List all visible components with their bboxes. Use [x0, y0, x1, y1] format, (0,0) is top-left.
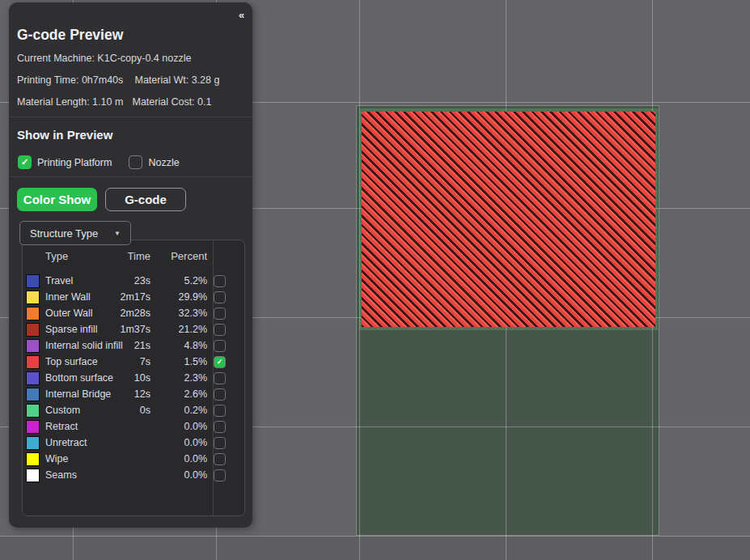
row-label: Internal solid infill — [45, 340, 118, 351]
row-visibility-checkbox[interactable] — [214, 275, 226, 287]
table-row: Seams 0.0% — [23, 467, 244, 483]
row-label: Retract — [45, 421, 118, 432]
row-percent: 2.3% — [150, 372, 207, 384]
row-percent: 0.2% — [150, 405, 207, 416]
row-visibility-checkbox[interactable] — [214, 405, 226, 417]
row-time: 10s — [118, 372, 150, 384]
current-machine-label: Current Machine: K1C-copy-0.4 nozzle — [17, 53, 191, 64]
percent-column-header: Percent — [150, 250, 207, 262]
table-row: Inner Wall 2m17s 29.9% — [23, 289, 244, 305]
color-swatch — [26, 371, 40, 385]
separator — [9, 176, 252, 177]
row-percent: 5.2% — [150, 275, 207, 286]
separator — [9, 117, 252, 117]
gcode-preview-panel: « G-code Preview Current Machine: K1C-co… — [9, 2, 252, 528]
row-label: Custom — [45, 405, 118, 416]
row-percent: 1.5% — [150, 356, 207, 367]
collapse-panel-icon[interactable]: « — [233, 9, 249, 23]
row-time: 2m17s — [118, 291, 150, 303]
color-swatch — [26, 291, 40, 304]
row-percent: 0.0% — [150, 469, 207, 481]
row-percent: 21.2% — [150, 324, 207, 335]
row-time: 23s — [118, 275, 150, 286]
color-swatch — [26, 274, 40, 288]
row-visibility-checkbox[interactable] — [214, 340, 226, 352]
row-percent: 0.0% — [150, 421, 207, 432]
row-label: Outer Wall — [45, 308, 118, 319]
chevron-down-icon: ▼ — [114, 230, 130, 237]
row-label: Internal Bridge — [45, 388, 118, 400]
row-percent: 32.3% — [150, 308, 207, 319]
row-visibility-checkbox[interactable] — [214, 421, 226, 433]
color-show-button[interactable]: Color Show — [17, 188, 97, 211]
color-swatch — [26, 323, 40, 337]
row-label: Bottom surface — [45, 372, 118, 384]
nozzle-checkbox[interactable] — [129, 155, 142, 169]
row-percent: 2.6% — [150, 388, 207, 400]
structure-type-dropdown[interactable]: Structure Type ▼ — [19, 221, 131, 245]
time-column-header: Time — [118, 250, 150, 262]
table-row: Internal Bridge 12s 2.6% — [23, 386, 244, 402]
structure-type-value: Structure Type — [20, 227, 114, 240]
row-time: 21s — [118, 340, 150, 351]
row-label: Unretract — [45, 437, 118, 448]
row-visibility-checkbox[interactable] — [214, 308, 226, 320]
table-row: Custom 0s 0.2% — [23, 402, 244, 418]
table-row: Top surface 7s 1.5% — [23, 354, 244, 370]
gcode-button[interactable]: G-code — [105, 188, 186, 211]
legend-header-row: Type Time Percent — [23, 250, 244, 262]
row-time: 0s — [118, 405, 150, 416]
table-row: Sparse infill 1m37s 21.2% — [23, 321, 244, 337]
printing-platform-checkbox[interactable] — [18, 155, 32, 169]
color-swatch — [26, 404, 40, 418]
row-label: Seams — [45, 469, 118, 481]
row-visibility-checkbox[interactable] — [214, 324, 226, 336]
table-row: Outer Wall 2m28s 32.3% — [23, 305, 244, 321]
row-visibility-checkbox[interactable] — [214, 372, 226, 384]
color-swatch — [26, 388, 40, 401]
table-row: Unretract 0.0% — [23, 435, 244, 451]
printing-platform-label: Printing Platform — [37, 157, 112, 168]
material-weight-label: Material Wt: 3.28 g — [134, 74, 219, 86]
show-in-preview-heading: Show in Preview — [17, 128, 112, 142]
printing-time-label: Printing Time: 0h7m40s — [17, 74, 132, 86]
row-label: Top surface — [45, 356, 118, 367]
color-swatch — [26, 355, 40, 369]
row-visibility-checkbox[interactable] — [214, 388, 226, 401]
row-percent: 29.9% — [150, 291, 207, 303]
table-row: Wipe 0.0% — [23, 451, 244, 467]
print-stats-row: Material Length: 1.10 m Material Cost: 0… — [17, 96, 211, 108]
row-percent: 0.0% — [150, 453, 207, 465]
row-visibility-checkbox[interactable] — [214, 356, 226, 368]
row-visibility-checkbox[interactable] — [214, 437, 226, 449]
preview-options-row: Printing Platform Nozzle — [18, 155, 197, 169]
row-time: 1m37s — [118, 324, 150, 335]
print-stats-row: Printing Time: 0h7m40s Material Wt: 3.28… — [17, 74, 219, 86]
row-label: Travel — [45, 275, 118, 286]
table-row: Retract 0.0% — [23, 418, 244, 435]
material-cost-label: Material Cost: 0.1 — [132, 96, 211, 108]
row-time: 7s — [118, 356, 150, 367]
color-swatch — [26, 420, 40, 434]
row-visibility-checkbox[interactable] — [214, 291, 226, 303]
row-percent: 4.8% — [150, 340, 207, 351]
table-row: Internal solid infill 21s 4.8% — [23, 337, 244, 354]
grid-line — [359, 0, 360, 560]
row-visibility-checkbox[interactable] — [214, 453, 226, 465]
row-time: 2m28s — [118, 308, 150, 319]
row-label: Inner Wall — [45, 291, 118, 303]
scene-lower-band — [0, 537, 750, 560]
grid-line — [0, 536, 750, 537]
color-swatch — [26, 436, 40, 450]
table-row: Bottom surface 10s 2.3% — [23, 370, 244, 386]
row-percent: 0.0% — [150, 437, 207, 448]
table-row: Travel 23s 5.2% — [23, 273, 244, 289]
material-length-label: Material Length: 1.10 m — [17, 96, 129, 108]
nozzle-label: Nozzle — [148, 157, 179, 168]
row-visibility-checkbox[interactable] — [214, 469, 226, 482]
color-swatch — [26, 469, 40, 482]
structure-legend-table: Type Time Percent Travel 23s 5.2% Inner … — [22, 240, 245, 516]
row-label: Sparse infill — [45, 324, 118, 335]
top-surface-toolpaths — [362, 112, 655, 327]
panel-title: G-code Preview — [17, 27, 123, 44]
